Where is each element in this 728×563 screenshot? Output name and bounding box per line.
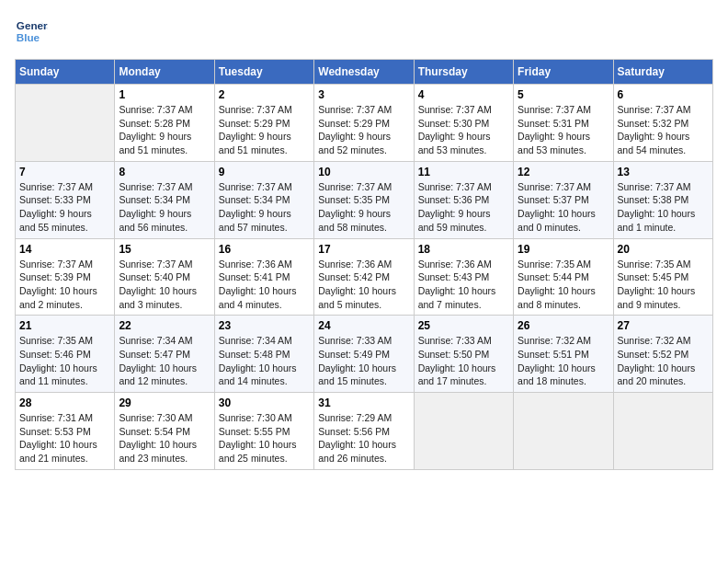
calendar-header-row: SundayMondayTuesdayWednesdayThursdayFrid…	[16, 60, 713, 85]
calendar-cell: 1Sunrise: 7:37 AM Sunset: 5:28 PM Daylig…	[115, 85, 214, 162]
calendar-cell	[514, 393, 613, 470]
day-info: Sunrise: 7:37 AM Sunset: 5:37 PM Dayligh…	[518, 180, 609, 235]
calendar-cell: 27Sunrise: 7:32 AM Sunset: 5:52 PM Dayli…	[613, 316, 712, 393]
day-number: 24	[318, 319, 409, 332]
logo-icon: General Blue	[15, 15, 48, 48]
day-info: Sunrise: 7:35 AM Sunset: 5:44 PM Dayligh…	[518, 258, 609, 312]
day-number: 29	[119, 396, 210, 409]
day-number: 22	[119, 319, 210, 332]
day-number: 7	[19, 166, 110, 178]
calendar-table: SundayMondayTuesdayWednesdayThursdayFrid…	[15, 59, 713, 470]
calendar-cell: 14Sunrise: 7:37 AM Sunset: 5:39 PM Dayli…	[16, 238, 115, 316]
day-number: 13	[618, 166, 709, 178]
calendar-cell: 19Sunrise: 7:35 AM Sunset: 5:44 PM Dayli…	[514, 238, 613, 316]
day-number: 25	[418, 319, 509, 332]
logo: General Blue	[15, 15, 51, 48]
day-number: 1	[119, 88, 210, 101]
calendar-cell: 21Sunrise: 7:35 AM Sunset: 5:46 PM Dayli…	[16, 316, 115, 393]
page-header: General Blue	[15, 15, 713, 48]
calendar-cell: 13Sunrise: 7:37 AM Sunset: 5:38 PM Dayli…	[613, 161, 712, 238]
calendar-body: 1Sunrise: 7:37 AM Sunset: 5:28 PM Daylig…	[16, 85, 713, 470]
calendar-cell: 23Sunrise: 7:34 AM Sunset: 5:48 PM Dayli…	[214, 316, 313, 393]
day-info: Sunrise: 7:37 AM Sunset: 5:35 PM Dayligh…	[318, 180, 409, 235]
day-info: Sunrise: 7:37 AM Sunset: 5:34 PM Dayligh…	[119, 180, 210, 235]
day-info: Sunrise: 7:33 AM Sunset: 5:49 PM Dayligh…	[318, 334, 409, 388]
day-info: Sunrise: 7:36 AM Sunset: 5:41 PM Dayligh…	[219, 258, 310, 312]
day-number: 14	[19, 243, 110, 256]
calendar-cell: 20Sunrise: 7:35 AM Sunset: 5:45 PM Dayli…	[613, 238, 712, 316]
day-info: Sunrise: 7:35 AM Sunset: 5:45 PM Dayligh…	[618, 258, 709, 312]
calendar-cell: 22Sunrise: 7:34 AM Sunset: 5:47 PM Dayli…	[115, 316, 214, 393]
day-number: 8	[119, 166, 210, 178]
calendar-cell: 12Sunrise: 7:37 AM Sunset: 5:37 PM Dayli…	[514, 161, 613, 238]
day-info: Sunrise: 7:37 AM Sunset: 5:30 PM Dayligh…	[418, 103, 509, 157]
header-tuesday: Tuesday	[214, 60, 313, 85]
calendar-cell: 15Sunrise: 7:37 AM Sunset: 5:40 PM Dayli…	[115, 238, 214, 316]
day-number: 15	[119, 243, 210, 256]
day-number: 28	[19, 396, 110, 409]
header-wednesday: Wednesday	[314, 60, 414, 85]
day-number: 2	[219, 88, 310, 101]
day-number: 11	[418, 166, 509, 178]
svg-text:Blue: Blue	[17, 31, 40, 43]
calendar-cell	[414, 393, 513, 470]
calendar-cell: 28Sunrise: 7:31 AM Sunset: 5:53 PM Dayli…	[16, 393, 115, 470]
header-monday: Monday	[115, 60, 214, 85]
header-friday: Friday	[514, 60, 613, 85]
day-number: 12	[518, 166, 609, 178]
day-info: Sunrise: 7:37 AM Sunset: 5:28 PM Dayligh…	[119, 103, 210, 157]
day-number: 9	[219, 166, 310, 178]
calendar-week-4: 21Sunrise: 7:35 AM Sunset: 5:46 PM Dayli…	[16, 316, 713, 393]
calendar-cell: 7Sunrise: 7:37 AM Sunset: 5:33 PM Daylig…	[16, 161, 115, 238]
calendar-cell: 18Sunrise: 7:36 AM Sunset: 5:43 PM Dayli…	[414, 238, 513, 316]
calendar-cell: 29Sunrise: 7:30 AM Sunset: 5:54 PM Dayli…	[115, 393, 214, 470]
day-number: 19	[518, 243, 609, 256]
day-number: 17	[318, 243, 409, 256]
day-number: 16	[219, 243, 310, 256]
calendar-cell: 10Sunrise: 7:37 AM Sunset: 5:35 PM Dayli…	[314, 161, 414, 238]
calendar-cell: 11Sunrise: 7:37 AM Sunset: 5:36 PM Dayli…	[414, 161, 513, 238]
calendar-cell: 8Sunrise: 7:37 AM Sunset: 5:34 PM Daylig…	[115, 161, 214, 238]
day-number: 23	[219, 319, 310, 332]
day-number: 4	[418, 88, 509, 101]
calendar-week-1: 1Sunrise: 7:37 AM Sunset: 5:28 PM Daylig…	[16, 85, 713, 162]
calendar-cell: 5Sunrise: 7:37 AM Sunset: 5:31 PM Daylig…	[514, 85, 613, 162]
day-info: Sunrise: 7:37 AM Sunset: 5:33 PM Dayligh…	[19, 180, 110, 235]
day-info: Sunrise: 7:36 AM Sunset: 5:43 PM Dayligh…	[418, 258, 509, 312]
calendar-cell: 31Sunrise: 7:29 AM Sunset: 5:56 PM Dayli…	[314, 393, 414, 470]
day-number: 10	[318, 166, 409, 178]
day-info: Sunrise: 7:30 AM Sunset: 5:54 PM Dayligh…	[119, 411, 210, 465]
calendar-week-2: 7Sunrise: 7:37 AM Sunset: 5:33 PM Daylig…	[16, 161, 713, 238]
calendar-cell: 26Sunrise: 7:32 AM Sunset: 5:51 PM Dayli…	[514, 316, 613, 393]
day-info: Sunrise: 7:36 AM Sunset: 5:42 PM Dayligh…	[318, 258, 409, 312]
calendar-cell: 30Sunrise: 7:30 AM Sunset: 5:55 PM Dayli…	[214, 393, 313, 470]
day-info: Sunrise: 7:31 AM Sunset: 5:53 PM Dayligh…	[19, 411, 110, 465]
day-info: Sunrise: 7:37 AM Sunset: 5:38 PM Dayligh…	[618, 180, 709, 235]
day-number: 27	[618, 319, 709, 332]
calendar-cell: 4Sunrise: 7:37 AM Sunset: 5:30 PM Daylig…	[414, 85, 513, 162]
header-thursday: Thursday	[414, 60, 513, 85]
calendar-cell: 25Sunrise: 7:33 AM Sunset: 5:50 PM Dayli…	[414, 316, 513, 393]
calendar-cell	[613, 393, 712, 470]
day-info: Sunrise: 7:34 AM Sunset: 5:47 PM Dayligh…	[119, 334, 210, 388]
day-number: 26	[518, 319, 609, 332]
day-number: 21	[19, 319, 110, 332]
day-info: Sunrise: 7:32 AM Sunset: 5:52 PM Dayligh…	[618, 334, 709, 388]
day-info: Sunrise: 7:37 AM Sunset: 5:36 PM Dayligh…	[418, 180, 509, 235]
day-info: Sunrise: 7:37 AM Sunset: 5:40 PM Dayligh…	[119, 258, 210, 312]
svg-text:General: General	[17, 19, 48, 31]
day-number: 30	[219, 396, 310, 409]
day-info: Sunrise: 7:37 AM Sunset: 5:34 PM Dayligh…	[219, 180, 310, 235]
header-saturday: Saturday	[613, 60, 712, 85]
day-number: 3	[318, 88, 409, 101]
day-info: Sunrise: 7:37 AM Sunset: 5:29 PM Dayligh…	[318, 103, 409, 157]
calendar-week-5: 28Sunrise: 7:31 AM Sunset: 5:53 PM Dayli…	[16, 393, 713, 470]
day-info: Sunrise: 7:35 AM Sunset: 5:46 PM Dayligh…	[19, 334, 110, 388]
day-info: Sunrise: 7:34 AM Sunset: 5:48 PM Dayligh…	[219, 334, 310, 388]
calendar-week-3: 14Sunrise: 7:37 AM Sunset: 5:39 PM Dayli…	[16, 238, 713, 316]
calendar-cell	[16, 85, 115, 162]
header-sunday: Sunday	[16, 60, 115, 85]
day-info: Sunrise: 7:37 AM Sunset: 5:31 PM Dayligh…	[518, 103, 609, 157]
calendar-cell: 24Sunrise: 7:33 AM Sunset: 5:49 PM Dayli…	[314, 316, 414, 393]
day-info: Sunrise: 7:29 AM Sunset: 5:56 PM Dayligh…	[318, 411, 409, 465]
